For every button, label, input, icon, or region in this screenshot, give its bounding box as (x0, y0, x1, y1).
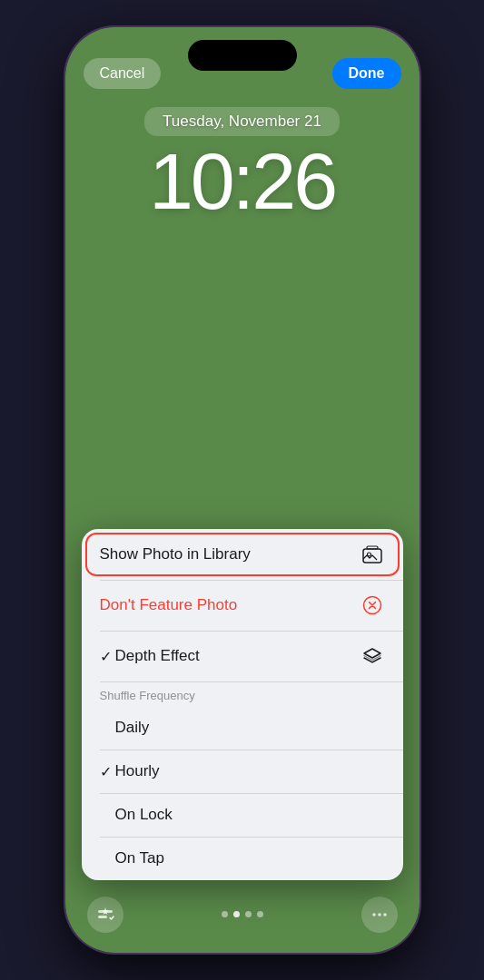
time-display: 10:26 (149, 142, 335, 221)
menu-item-depth-effect[interactable]: ✓ Depth Effect (82, 631, 403, 681)
on-lock-label: On Lock (115, 806, 173, 824)
on-tap-label: On Tap (115, 849, 165, 867)
dot-2 (233, 911, 240, 917)
dont-feature-label: Don't Feature Photo (100, 596, 238, 614)
photo-lib-icon (360, 542, 385, 567)
menu-item-on-lock[interactable]: ✓ On Lock (82, 793, 403, 837)
dot-3 (245, 911, 252, 917)
hourly-label: Hourly (115, 762, 160, 780)
depth-effect-label: Depth Effect (115, 647, 200, 665)
context-menu: Show Photo in Library Don't Feature Phot… (82, 529, 403, 880)
dynamic-island (188, 40, 297, 71)
more-button[interactable] (361, 897, 398, 933)
show-photo-label: Show Photo in Library (100, 545, 251, 564)
svg-rect-5 (98, 916, 107, 918)
svg-point-6 (372, 913, 376, 916)
phone-screen: Cancel Done Tuesday, November 21 10:26 S… (65, 27, 420, 953)
menu-item-daily[interactable]: ✓ Daily (82, 706, 403, 750)
dot-4 (257, 911, 263, 917)
cancel-button[interactable]: Cancel (84, 58, 162, 89)
svg-rect-1 (367, 546, 378, 549)
daily-label: Daily (115, 719, 150, 737)
menu-item-dont-feature[interactable]: Don't Feature Photo (82, 580, 403, 631)
checkmark-depth: ✓ (100, 648, 112, 665)
dot-1 (222, 911, 228, 917)
menu-item-show-photo[interactable]: Show Photo in Library (82, 529, 403, 580)
checkmark-hourly: ✓ (100, 763, 112, 780)
shuffle-frequency-header: Shuffle Frequency (82, 681, 403, 706)
lockscreen-info: Tuesday, November 21 10:26 (65, 107, 420, 221)
phone-frame: Cancel Done Tuesday, November 21 10:26 S… (65, 27, 420, 953)
x-circle-icon (360, 593, 385, 618)
page-dots (222, 911, 263, 917)
layers-icon (360, 643, 385, 669)
date-display: Tuesday, November 21 (144, 107, 340, 136)
bottom-dock (65, 885, 420, 953)
menu-item-on-tap[interactable]: ✓ On Tap (82, 837, 403, 880)
svg-point-8 (383, 913, 387, 916)
svg-point-7 (378, 913, 381, 916)
done-button[interactable]: Done (332, 58, 401, 89)
menu-item-hourly[interactable]: ✓ Hourly (82, 750, 403, 793)
customize-button[interactable] (87, 897, 123, 933)
